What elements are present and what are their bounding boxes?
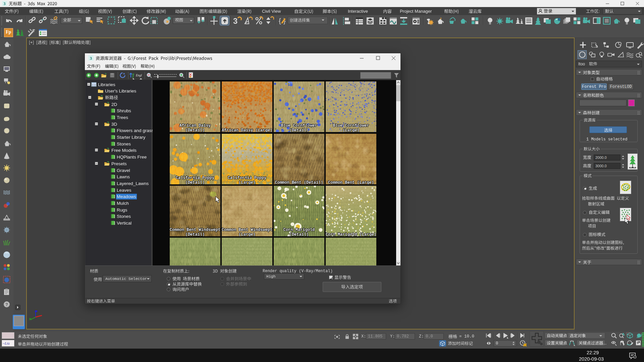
svg-text:?: ? [5, 302, 8, 307]
svg-text:3: 3 [233, 16, 237, 25]
svg-text:{: { [279, 17, 281, 24]
svg-text:3: 3 [90, 56, 92, 61]
svg-text:3: 3 [4, 1, 6, 6]
